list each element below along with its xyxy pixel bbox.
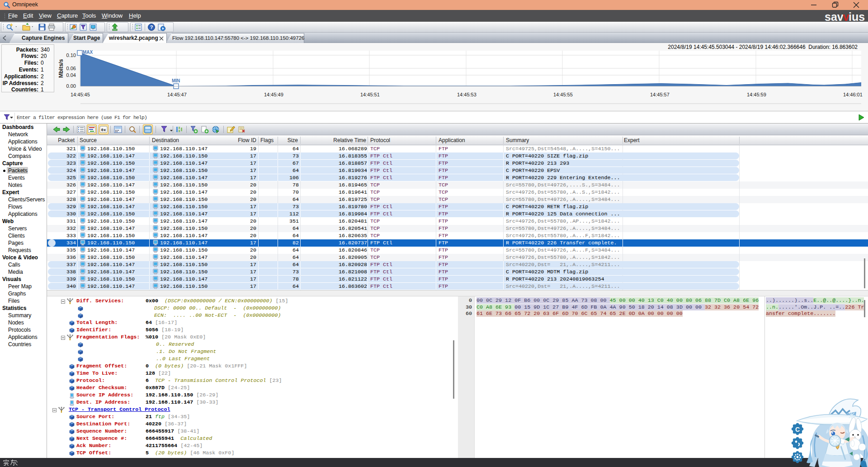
svg-text:0x: 0x xyxy=(101,128,106,133)
svg-text:ius: ius xyxy=(849,12,865,22)
svg-text:?: ? xyxy=(150,24,153,30)
svg-text:C: C xyxy=(795,426,800,433)
svg-text:sav: sav xyxy=(825,12,844,22)
